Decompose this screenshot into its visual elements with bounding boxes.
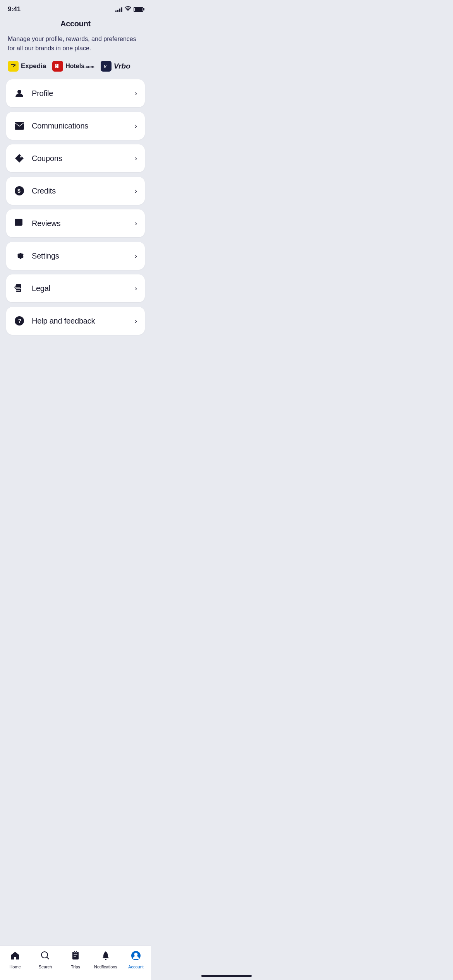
credits-label: Credits bbox=[32, 187, 56, 195]
brand-expedia: Expedia bbox=[8, 61, 46, 72]
settings-menu-item[interactable]: Settings › bbox=[6, 242, 145, 270]
help-icon: ? bbox=[14, 315, 25, 326]
profile-menu-item[interactable]: Profile › bbox=[6, 79, 145, 107]
reviews-icon bbox=[14, 218, 25, 229]
communications-chevron: › bbox=[135, 122, 137, 130]
legal-icon bbox=[14, 283, 25, 294]
status-bar: 9:41 bbox=[0, 0, 151, 16]
credits-icon: $ bbox=[14, 185, 25, 196]
profile-icon bbox=[14, 88, 25, 99]
svg-rect-0 bbox=[10, 63, 17, 70]
hotels-brand-name: Hotels.com bbox=[65, 63, 94, 70]
menu-container: Profile › Communications › Coupo bbox=[0, 79, 151, 343]
reviews-menu-item[interactable]: Reviews › bbox=[6, 209, 145, 237]
page-subtitle: Manage your profile, rewards, and prefer… bbox=[0, 33, 151, 59]
settings-chevron: › bbox=[135, 252, 137, 260]
legal-chevron: › bbox=[135, 284, 137, 293]
brand-vrbo: V Vrbo bbox=[101, 61, 130, 72]
profile-label: Profile bbox=[32, 89, 53, 98]
credits-chevron: › bbox=[135, 187, 137, 195]
coupons-icon bbox=[14, 153, 25, 164]
page-title: Account bbox=[8, 19, 143, 28]
status-time: 9:41 bbox=[8, 5, 21, 13]
communications-menu-item[interactable]: Communications › bbox=[6, 112, 145, 140]
settings-icon bbox=[14, 250, 25, 261]
legal-menu-item[interactable]: Legal › bbox=[6, 274, 145, 302]
hotels-logo-icon bbox=[52, 61, 63, 72]
svg-text:?: ? bbox=[18, 318, 22, 324]
communications-label: Communications bbox=[32, 122, 88, 130]
vrbo-logo-icon: V bbox=[101, 61, 112, 72]
communications-icon bbox=[14, 120, 25, 131]
signal-icon bbox=[115, 7, 122, 12]
coupons-chevron: › bbox=[135, 154, 137, 163]
reviews-chevron: › bbox=[135, 219, 137, 228]
svg-point-7 bbox=[17, 90, 21, 94]
expedia-logo-icon bbox=[8, 61, 19, 72]
vrbo-brand-name: Vrbo bbox=[114, 62, 130, 70]
settings-label: Settings bbox=[32, 252, 59, 260]
page-header: Account bbox=[0, 16, 151, 33]
brand-hotels: Hotels.com bbox=[52, 61, 94, 72]
svg-text:$: $ bbox=[17, 188, 21, 194]
credits-menu-item[interactable]: $ Credits › bbox=[6, 177, 145, 205]
svg-rect-4 bbox=[55, 66, 58, 67]
status-icons bbox=[115, 6, 143, 13]
wifi-icon bbox=[125, 6, 131, 13]
help-chevron: › bbox=[135, 317, 137, 325]
legal-label: Legal bbox=[32, 284, 50, 293]
help-label: Help and feedback bbox=[32, 317, 95, 326]
svg-rect-8 bbox=[15, 122, 24, 130]
svg-point-9 bbox=[20, 156, 22, 158]
reviews-label: Reviews bbox=[32, 219, 60, 228]
coupons-label: Coupons bbox=[32, 154, 62, 163]
help-menu-item[interactable]: ? Help and feedback › bbox=[6, 307, 145, 335]
svg-rect-14 bbox=[16, 284, 21, 292]
coupons-menu-item[interactable]: Coupons › bbox=[6, 144, 145, 172]
profile-chevron: › bbox=[135, 89, 137, 98]
expedia-brand-name: Expedia bbox=[21, 62, 46, 70]
brand-logos: Expedia Hotels.com V Vrbo bbox=[0, 59, 151, 79]
battery-icon bbox=[134, 7, 143, 12]
